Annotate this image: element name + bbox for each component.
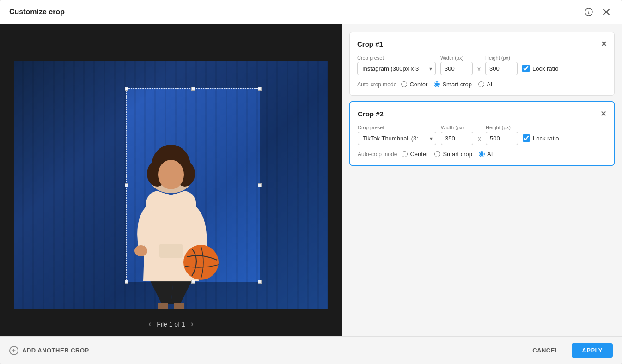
crop-1-lock-ratio-checkbox[interactable] [522, 65, 530, 72]
crop-2-fields: Crop preset TikTok Thumbnail (3: ▾ Width… [358, 125, 606, 145]
footer-right: CANCEL APPLY [525, 343, 613, 358]
crop-2-x-separator: x [478, 135, 481, 142]
crop-2-height-label: Height (px) [486, 125, 518, 130]
svg-text:i: i [588, 9, 589, 15]
crop-1-x-separator: x [477, 65, 481, 73]
dialog-footer: + ADD ANOTHER CROP CANCEL APPLY [0, 336, 622, 364]
customize-crop-dialog: Customize crop i [0, 0, 622, 364]
crop-1-preset-wrapper: Instagram (300px x 3 ▾ [357, 62, 436, 75]
crop-handle-middle-right[interactable] [258, 183, 262, 187]
cancel-button[interactable]: CANCEL [525, 343, 566, 358]
crop-2-center-radio[interactable] [402, 151, 408, 157]
crop-1-center-option[interactable]: Center [401, 81, 427, 88]
crop-2-center-option[interactable]: Center [402, 151, 428, 158]
crop-2-radio-group: Center Smart crop AI [402, 151, 493, 158]
crop-handle-top-middle[interactable] [191, 87, 195, 91]
crop-1-smart-option[interactable]: Smart crop [434, 81, 472, 88]
dialog-title: Customize crop [9, 8, 65, 16]
add-another-crop-button[interactable]: + ADD ANOTHER CROP [9, 346, 89, 355]
crop-2-center-label: Center [410, 151, 428, 158]
crop-1-fields: Crop preset Instagram (300px x 3 ▾ Width… [357, 55, 607, 75]
crop-card-2: Crop #2 ✕ Crop preset TikTok Thumbnail (… [349, 101, 615, 166]
crop-1-width-group: Width (px) [440, 55, 473, 75]
header-actions: i [582, 6, 613, 18]
crop-1-preset-group: Crop preset Instagram (300px x 3 ▾ [357, 55, 436, 75]
right-panel: Crop #1 ✕ Crop preset Instagram (300px x… [342, 24, 622, 336]
crop-1-smart-label: Smart crop [442, 81, 472, 88]
crop-2-ai-option[interactable]: AI [479, 151, 493, 158]
crop-2-preset-group: Crop preset TikTok Thumbnail (3: ▾ [358, 125, 436, 145]
close-button[interactable] [600, 6, 613, 18]
crop-1-width-label: Width (px) [440, 55, 473, 61]
next-file-button[interactable]: › [191, 319, 194, 329]
close-icon [603, 8, 610, 16]
prev-file-button[interactable]: ‹ [148, 319, 151, 329]
crop-1-lock-ratio-label: Lock ratio [532, 65, 558, 72]
crop-2-smart-radio[interactable] [434, 151, 440, 157]
crop-2-lock-ratio-label: Lock ratio [533, 135, 559, 142]
crop-2-width-group: Width (px) [441, 125, 473, 145]
crop-handle-bottom-left[interactable] [125, 280, 128, 284]
crop-1-center-radio[interactable] [401, 81, 407, 87]
crop-1-close-button[interactable]: ✕ [601, 40, 607, 49]
crop-1-autocrop-row: Auto-crop mode Center Smart crop AI [357, 81, 607, 88]
crop-1-width-input[interactable] [440, 62, 473, 75]
crop-handle-middle-left[interactable] [125, 183, 128, 187]
crop-2-ai-label: AI [487, 151, 493, 158]
crop-2-smart-option[interactable]: Smart crop [434, 151, 472, 158]
crop-1-smart-radio[interactable] [434, 81, 440, 87]
crop-2-autocrop-label: Auto-crop mode [358, 151, 397, 158]
dialog-header: Customize crop i [0, 0, 622, 24]
crop-1-height-input[interactable] [485, 62, 518, 75]
file-indicator: File 1 of 1 [157, 321, 185, 328]
crop-2-autocrop-row: Auto-crop mode Center Smart crop AI [358, 151, 606, 158]
crop-1-autocrop-label: Auto-crop mode [357, 81, 396, 88]
info-circle-icon: i [585, 8, 593, 16]
crop-1-radio-group: Center Smart crop AI [401, 81, 492, 88]
image-panel: ‹ File 1 of 1 › [0, 24, 342, 336]
spacer [349, 171, 615, 329]
crop-overlay [14, 61, 328, 309]
crop-1-preset-select[interactable]: Instagram (300px x 3 [357, 62, 436, 75]
crop-2-lock-ratio-group: Lock ratio [523, 134, 559, 142]
crop-handle-top-left[interactable] [125, 87, 128, 91]
crop-card-1: Crop #1 ✕ Crop preset Instagram (300px x… [349, 32, 615, 96]
crop-1-height-label: Height (px) [485, 55, 518, 61]
crop-2-title: Crop #2 [358, 110, 384, 118]
crop-handle-top-right[interactable] [258, 87, 262, 91]
crop-1-preset-label: Crop preset [357, 55, 436, 61]
crop-2-height-group: Height (px) [486, 125, 518, 145]
crop-1-ai-label: AI [487, 81, 492, 88]
crop-1-ai-radio[interactable] [478, 81, 484, 87]
info-button[interactable]: i [582, 6, 595, 18]
crop-2-preset-wrapper: TikTok Thumbnail (3: ▾ [358, 132, 436, 145]
file-navigation: ‹ File 1 of 1 › [0, 319, 342, 329]
crop-1-height-group: Height (px) [485, 55, 518, 75]
crop-2-lock-ratio-checkbox[interactable] [523, 134, 530, 142]
add-crop-label: ADD ANOTHER CROP [22, 347, 89, 354]
crop-1-ai-option[interactable]: AI [478, 81, 492, 88]
crop-1-lock-ratio-group: Lock ratio [522, 65, 558, 72]
crop-1-title: Crop #1 [357, 40, 383, 48]
crop-2-preset-label: Crop preset [358, 125, 436, 130]
crop-2-close-button[interactable]: ✕ [600, 109, 606, 118]
crop-1-center-label: Center [409, 81, 427, 88]
crop-handle-bottom-right[interactable] [258, 280, 262, 284]
crop-2-header: Crop #2 ✕ [358, 109, 606, 118]
crop-2-height-input[interactable] [486, 132, 518, 145]
crop-2-width-input[interactable] [441, 132, 473, 145]
dialog-body: ‹ File 1 of 1 › Crop #1 ✕ Crop preset [0, 24, 622, 336]
apply-button[interactable]: APPLY [572, 343, 613, 358]
crop-1-header: Crop #1 ✕ [357, 40, 607, 49]
crop-selection[interactable] [126, 88, 260, 282]
crop-2-smart-label: Smart crop [443, 151, 472, 158]
crop-handle-bottom-middle[interactable] [191, 280, 195, 284]
crop-2-preset-select[interactable]: TikTok Thumbnail (3: [358, 132, 436, 145]
crop-2-width-label: Width (px) [441, 125, 473, 130]
add-crop-icon: + [9, 346, 18, 355]
crop-2-ai-radio[interactable] [479, 151, 485, 157]
